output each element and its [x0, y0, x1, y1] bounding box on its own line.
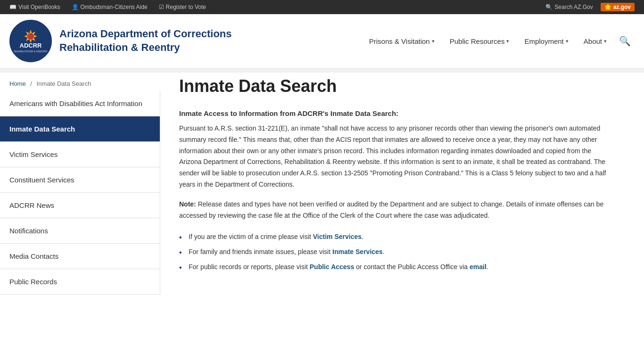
azgov-badge: 🌟 az.gov: [601, 3, 635, 11]
breadcrumb-separator: /: [30, 80, 32, 87]
sidebar-item-public-records[interactable]: Public Records: [0, 269, 160, 295]
sidebar-item-media[interactable]: Media Contacts: [0, 244, 160, 269]
access-heading: Inmate Access to Information from ADCRR'…: [179, 109, 613, 117]
ombudsman-link[interactable]: 👤 Ombudsman-Citizens Aide: [72, 4, 148, 10]
search-icon: 🔍: [545, 4, 553, 10]
az-flag-icon: 🌟: [604, 4, 611, 10]
nav-prisons-visitation[interactable]: Prisons & Visitation ▾: [363, 33, 441, 49]
chevron-down-icon: ▾: [566, 38, 569, 44]
breadcrumb-home-link[interactable]: Home: [9, 80, 26, 87]
svg-point-9: [27, 33, 34, 40]
inmate-services-link[interactable]: Inmate Services: [332, 248, 383, 255]
note-label: Note:: [179, 200, 196, 208]
visit-openbooks-link[interactable]: 📖 Visit OpenBooks: [9, 4, 60, 10]
site-title: Arizona Department of Corrections Rehabi…: [59, 27, 232, 54]
search-azgov-link[interactable]: 🔍 Search AZ.Gov: [545, 4, 593, 10]
top-bar: 📖 Visit OpenBooks 👤 Ombudsman-Citizens A…: [0, 0, 644, 14]
victim-services-link[interactable]: Victim Services: [313, 233, 362, 240]
paragraph-1: Pursuant to A.R.S. section 31-221(E), an…: [179, 123, 613, 190]
content-section: Inmate Access to Information from ADCRR'…: [179, 109, 613, 275]
breadcrumb-current: Inmate Data Search: [37, 80, 91, 87]
nav-about[interactable]: About ▾: [577, 33, 613, 49]
sidebar-item-notifications[interactable]: Notifications: [0, 218, 160, 244]
svg-text:ADCRR: ADCRR: [20, 42, 42, 49]
svg-text:REHABILITATION & REENTRY: REHABILITATION & REENTRY: [14, 50, 48, 53]
para2-text: Release dates and types have not been ve…: [179, 200, 603, 219]
site-header: ADCRR REHABILITATION & REENTRY Arizona D…: [0, 14, 644, 69]
paragraph-2: Note: Release dates and types have not b…: [179, 199, 613, 222]
site-nav: Prisons & Visitation ▾ Public Resources …: [363, 32, 635, 50]
outer-layout: Home / Inmate Data Search Americans with…: [0, 73, 644, 295]
resource-list: If you are the victim of a crime please …: [179, 230, 613, 274]
sidebar-item-constituent[interactable]: Constituent Services: [0, 167, 160, 193]
sidebar-item-inmate-search[interactable]: Inmate Data Search: [0, 116, 160, 142]
checkbox-icon: ☑: [159, 4, 164, 10]
nav-employment[interactable]: Employment ▾: [518, 33, 575, 49]
register-vote-link[interactable]: ☑ Register to Vote: [159, 4, 206, 10]
sidebar-item-ada[interactable]: Americans with Disabilities Act Informat…: [0, 91, 160, 116]
page-title: Inmate Data Search: [179, 76, 625, 96]
sidebar-item-news[interactable]: ADCRR News: [0, 193, 160, 218]
sidebar-item-victim[interactable]: Victim Services: [0, 142, 160, 167]
left-panel: Home / Inmate Data Search Americans with…: [0, 73, 160, 295]
nav-public-resources[interactable]: Public Resources ▾: [443, 33, 516, 49]
agency-logo: ADCRR REHABILITATION & REENTRY: [9, 20, 52, 62]
logo-svg: ADCRR REHABILITATION & REENTRY: [11, 21, 50, 61]
site-search-button[interactable]: 🔍: [615, 32, 635, 50]
public-access-link[interactable]: Public Access: [310, 263, 354, 271]
book-icon: 📖: [9, 4, 17, 10]
top-bar-right: 🔍 Search AZ.Gov 🌟 az.gov: [545, 3, 635, 11]
breadcrumb: Home / Inmate Data Search: [0, 73, 160, 91]
person-icon: 👤: [72, 4, 79, 10]
chevron-down-icon: ▾: [604, 38, 607, 44]
header-separator: [0, 69, 644, 73]
content-panel: Inmate Data Search Inmate Access to Info…: [160, 73, 644, 295]
list-item-public-access: For public records or reports, please vi…: [179, 260, 613, 275]
email-link[interactable]: email: [470, 263, 487, 271]
list-item-inmate-services: For family and friends inmate issues, pl…: [179, 245, 613, 260]
list-item-victim: If you are the victim of a crime please …: [179, 230, 613, 245]
chevron-down-icon: ▾: [506, 38, 509, 44]
logo-area: ADCRR REHABILITATION & REENTRY Arizona D…: [9, 20, 232, 62]
sidebar: Americans with Disabilities Act Informat…: [0, 91, 160, 295]
chevron-down-icon: ▾: [432, 38, 435, 44]
